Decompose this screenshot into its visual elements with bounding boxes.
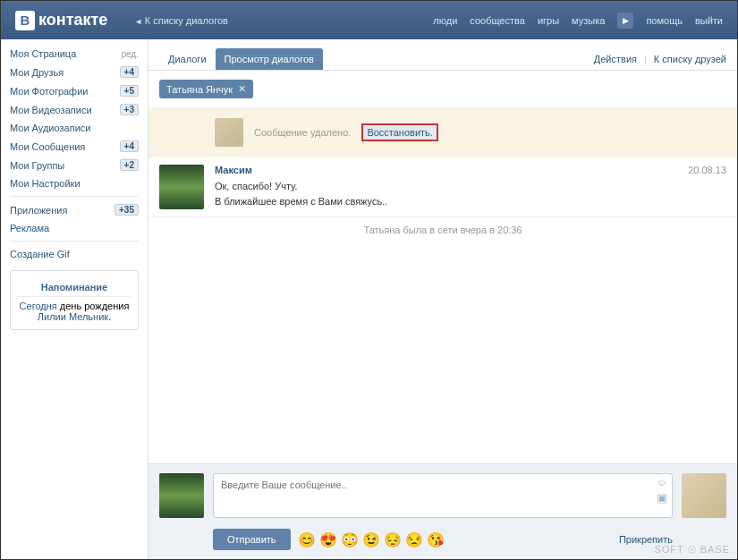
nav-help[interactable]: помощь: [646, 15, 683, 26]
badge: +4: [120, 140, 139, 152]
emoji-list: 😊 😍 😳 😉 😔 😒 😘: [298, 531, 445, 548]
emoji-icon[interactable]: 😘: [427, 531, 445, 548]
close-icon[interactable]: ✕: [238, 83, 246, 95]
deleted-text: Сообщение удалено.: [254, 127, 351, 138]
emoji-icon[interactable]: 😍: [319, 531, 337, 548]
tabs-row: Диалоги Просмотр диалогов Действия | К с…: [148, 39, 737, 71]
message-date: 20.08.13: [688, 165, 726, 175]
badge: +4: [120, 66, 139, 78]
sidebar-item-settings[interactable]: Мои Настройки: [1, 174, 148, 192]
sidebar-item-label: Мои Друзья: [10, 67, 64, 78]
sidebar-item-label: Реклама: [10, 223, 49, 233]
reminder-today-link[interactable]: Сегодня: [20, 301, 57, 311]
my-avatar[interactable]: [159, 473, 204, 518]
emoji-icon[interactable]: ☺: [657, 477, 667, 488]
user-tag: Татьяна Янчук ✕: [159, 80, 253, 98]
message-row: Максим 20.08.13 Ок, спасибо! Учту. В бли…: [148, 157, 737, 216]
top-nav: люди сообщества игры музыка ▶ помощь вый…: [433, 13, 723, 29]
logo-icon: B: [15, 11, 35, 30]
sidebar-item-groups[interactable]: Мои Группы+2: [1, 156, 148, 174]
restore-button[interactable]: Восстановить.: [361, 123, 438, 141]
sidebar-item-label: Мои Фотографии: [10, 86, 88, 97]
main-content: Диалоги Просмотр диалогов Действия | К с…: [148, 39, 737, 559]
sidebar-item-ads[interactable]: Реклама: [1, 219, 148, 237]
header: B контакте К списку диалогов люди сообще…: [1, 1, 737, 39]
nav-communities[interactable]: сообщества: [470, 15, 525, 26]
emoji-icon[interactable]: 😳: [341, 531, 359, 548]
actions-link[interactable]: Действия: [594, 54, 637, 64]
sidebar: Моя Страницаред. Мои Друзья+4 Мои Фотогр…: [1, 39, 148, 559]
nav-people[interactable]: люди: [433, 15, 457, 26]
sidebar-item-label: Приложения: [10, 205, 67, 216]
sidebar-item-messages[interactable]: Мои Сообщения+4: [1, 137, 148, 156]
tab-dialogs[interactable]: Диалоги: [159, 48, 216, 70]
reminder-box: Напоминание Сегодня день рождения Лилии …: [10, 270, 139, 330]
sidebar-item-apps[interactable]: Приложения+35: [1, 200, 148, 219]
user-tag-label: Татьяна Янчук: [166, 84, 233, 95]
message-input[interactable]: [213, 473, 673, 518]
reminder-body: Сегодня день рождения Лилии Мельник.: [18, 301, 131, 322]
emoji-icon[interactable]: 😒: [405, 531, 423, 548]
sidebar-item-gif[interactable]: Создание Gif: [1, 245, 148, 263]
message-body: Ок, спасибо! Учту. В ближайшее время с В…: [215, 179, 726, 208]
logo-text: контакте: [38, 11, 107, 30]
badge: +2: [120, 159, 139, 171]
tab-view-dialogs[interactable]: Просмотр диалогов: [216, 48, 323, 70]
back-to-dialogs-link[interactable]: К списку диалогов: [134, 15, 228, 26]
divider: [10, 196, 139, 197]
sidebar-item-label: Моя Страница: [10, 48, 76, 59]
logo[interactable]: B контакте: [15, 11, 107, 30]
sidebar-item-photos[interactable]: Мои Фотографии+5: [1, 81, 148, 100]
badge: +5: [120, 85, 139, 97]
camera-icon[interactable]: ▣: [657, 491, 667, 505]
reminder-title: Напоминание: [18, 278, 131, 297]
watermark: SOFT ⦾ BASE: [654, 544, 730, 556]
sidebar-item-label: Мои Аудиозаписи: [10, 123, 90, 133]
sidebar-item-audio[interactable]: Мои Аудиозаписи: [1, 119, 148, 137]
avatar[interactable]: [159, 165, 204, 209]
nav-games[interactable]: игры: [538, 15, 559, 26]
sidebar-item-label: Создание Gif: [10, 249, 70, 259]
nav-logout[interactable]: выйти: [695, 15, 723, 26]
badge: +3: [120, 104, 139, 115]
friends-list-link[interactable]: К списку друзей: [654, 54, 726, 64]
sidebar-item-videos[interactable]: Мои Видеозаписи+3: [1, 100, 148, 119]
sidebar-item-label: Мои Настройки: [10, 178, 81, 189]
reminder-name-link[interactable]: Лилии Мельник: [38, 311, 108, 322]
sidebar-item-my-page[interactable]: Моя Страницаред.: [1, 45, 148, 63]
play-icon[interactable]: ▶: [617, 13, 633, 29]
sidebar-item-label: Мои Видеозаписи: [10, 105, 92, 115]
compose-area: ☺ ▣ Отправить 😊 😍 😳 😉 😔 😒 😘 Прикре: [148, 463, 737, 559]
deleted-message-row: Сообщение удалено. Восстановить.: [148, 107, 737, 157]
message-author[interactable]: Максим: [215, 165, 252, 175]
user-tag-row: Татьяна Янчук ✕: [148, 71, 737, 107]
nav-music[interactable]: музыка: [572, 15, 605, 26]
emoji-icon[interactable]: 😊: [298, 531, 316, 548]
emoji-icon[interactable]: 😉: [362, 531, 380, 548]
sidebar-item-friends[interactable]: Мои Друзья+4: [1, 63, 148, 81]
messages-area: Сообщение удалено. Восстановить. Максим …: [148, 107, 737, 463]
sidebar-item-label: Мои Группы: [10, 160, 64, 171]
avatar[interactable]: [215, 118, 243, 147]
recipient-avatar[interactable]: [682, 473, 726, 518]
last-seen-text: Татьяна была в сети вчера в 20:36: [148, 216, 737, 242]
divider: [10, 241, 139, 242]
sidebar-item-label: Мои Сообщения: [10, 141, 85, 152]
edit-link[interactable]: ред.: [121, 49, 139, 59]
send-button[interactable]: Отправить: [213, 529, 291, 550]
badge: +35: [115, 204, 139, 216]
emoji-icon[interactable]: 😔: [384, 531, 402, 548]
